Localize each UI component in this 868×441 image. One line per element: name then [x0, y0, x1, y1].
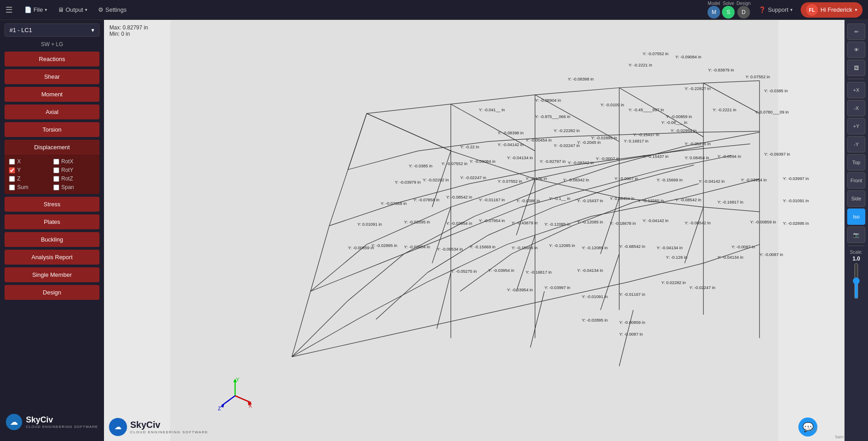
checkbox-rotz[interactable]: RotZ — [53, 175, 95, 182]
avatar: FL — [806, 4, 818, 16]
checkbox-y-input[interactable] — [9, 167, 15, 173]
svg-text:Y: -0.03954 in: Y: -0.03954 in — [488, 268, 514, 273]
svg-text:Y: -0.02247 in: Y: -0.02247 in — [460, 175, 486, 180]
svg-text:☁: ☁ — [114, 423, 122, 431]
buckling-button[interactable]: Buckling — [5, 232, 99, 247]
stress-button[interactable]: Stress — [5, 197, 99, 212]
support-button[interactable]: ❓ Support ▾ — [755, 5, 796, 15]
axis-indicator: Y X Z — [217, 378, 253, 414]
svg-text:Y: -0.04142 in: Y: -0.04142 in — [699, 179, 725, 184]
lc-value: #1 - LC1 — [9, 27, 32, 33]
svg-text:Y: -0.09534 in: Y: -0.09534 in — [437, 247, 462, 251]
displacement-checkboxes: X RotX Y RotY Z RotZ Sum Span — [5, 155, 99, 194]
output-menu[interactable]: 🖥 Output ▾ — [53, 5, 92, 15]
svg-text:Y: -0.0386 in: Y: -0.0386 in — [516, 199, 540, 203]
user-button[interactable]: FL Hi Frederick ▾ — [801, 2, 863, 18]
plates-button[interactable]: Plates — [5, 214, 99, 229]
svg-text:Y: -0.08542 in: Y: -0.08542 in — [685, 221, 711, 225]
model-button[interactable]: M — [708, 6, 720, 19]
side-view-button[interactable]: Side — [847, 190, 865, 207]
minus-x-button[interactable]: -X — [847, 100, 865, 116]
svg-text:Y: -0.03954 in: Y: -0.03954 in — [446, 221, 472, 226]
svg-text:Y: -0.15669 in: Y: -0.15669 in — [470, 245, 495, 249]
svg-text:Y: -0.126 in: Y: -0.126 in — [666, 255, 687, 260]
checkbox-span-input[interactable] — [53, 185, 59, 190]
svg-text:Y: -0.12085 in: Y: -0.12085 in — [544, 222, 570, 227]
svg-text:Y: -0.08542 in: Y: -0.08542 in — [446, 195, 472, 199]
svg-text:Y: -0.03954 in: Y: -0.03954 in — [507, 288, 533, 292]
checkbox-y[interactable]: Y — [9, 167, 51, 173]
svg-text:Z: Z — [218, 406, 221, 411]
load-case-dropdown[interactable]: #1 - LC1 ▾ — [5, 24, 99, 37]
svg-text:Y: -0.0385 in: Y: -0.0385 in — [764, 89, 788, 93]
checkbox-sum[interactable]: Sum — [9, 184, 51, 190]
moment-button[interactable]: Moment — [5, 87, 99, 102]
edit-tool-button[interactable]: ✏ — [847, 24, 865, 40]
min-value: Min: 0 in — [109, 31, 148, 37]
svg-text:Y: -0.15437 in: Y: -0.15437 in — [577, 199, 603, 203]
skyciv-name: SkyCiv — [130, 420, 208, 430]
msd-model-group: Model M — [708, 1, 720, 19]
visibility-button[interactable]: 👁 — [847, 42, 865, 58]
checkbox-z-input[interactable] — [9, 176, 15, 182]
minus-y-button[interactable]: -Y — [847, 136, 865, 152]
design-label: Design — [736, 1, 750, 6]
checkbox-rotz-input[interactable] — [53, 176, 59, 182]
svg-text:Y: -0.875___066 in: Y: -0.875___066 in — [535, 114, 570, 119]
checkbox-x-input[interactable] — [9, 159, 15, 165]
solve-button[interactable]: S — [722, 6, 735, 19]
svg-line-143 — [235, 396, 251, 403]
svg-text:Y: -0.83879 in: Y: -0.83879 in — [708, 68, 734, 72]
scale-control: Scale: 1.0 — [850, 250, 863, 299]
checkbox-z[interactable]: Z — [9, 175, 51, 182]
checkbox-x[interactable]: X — [9, 158, 51, 165]
checkbox-roty[interactable]: RotY — [53, 167, 95, 173]
skyciv-logo-bottom: ☁ SkyCiv CLOUD ENGINEERING SOFTWARE — [108, 417, 208, 436]
single-member-button[interactable]: Single Member — [5, 267, 99, 282]
svg-rect-0 — [170, 20, 778, 441]
file-menu[interactable]: 📄 File ▾ — [20, 5, 52, 15]
checkbox-rotx[interactable]: RotX — [53, 158, 95, 165]
design-button-sidebar[interactable]: Design — [5, 285, 99, 300]
svg-text:Y: -0.02895 in: Y: -0.02895 in — [582, 318, 608, 322]
scale-value: 1.0 — [853, 256, 860, 262]
3d-viewport[interactable]: Y: -0.07552 in Y: -0.09084 in Y: -0.8387… — [104, 20, 844, 441]
checkbox-roty-input[interactable] — [53, 167, 59, 173]
axial-button[interactable]: Axial — [5, 104, 99, 119]
design-button[interactable]: D — [737, 6, 750, 19]
checkbox-rotx-input[interactable] — [53, 159, 59, 165]
hamburger-icon[interactable]: ☰ — [5, 5, 13, 15]
svg-text:Y: -0.07858 in: Y: -0.07858 in — [414, 198, 439, 202]
svg-text:Y: -0.126 in: Y: -0.126 in — [526, 176, 547, 181]
svg-text:Y: -0.02954 in: Y: -0.02954 in — [670, 128, 696, 133]
iso-view-button[interactable]: Iso — [847, 209, 865, 225]
checkbox-sum-input[interactable] — [9, 185, 15, 190]
svg-text:Y: -0.0087 in: Y: -0.0087 in — [760, 252, 783, 257]
svg-text:Y: -0.22282 in: Y: -0.22282 in — [554, 128, 580, 133]
plus-y-button[interactable]: +Y — [847, 118, 865, 134]
image-button[interactable]: 🖼 — [847, 60, 865, 76]
shear-button[interactable]: Shear — [5, 69, 99, 84]
settings-menu[interactable]: ⚙ Settings — [94, 5, 131, 15]
svg-text:Y: -0.01167 in: Y: -0.01167 in — [479, 198, 505, 202]
screenshot-button[interactable]: 📷 — [847, 227, 865, 243]
checkbox-span[interactable]: Span — [53, 184, 95, 190]
displacement-header[interactable]: Displacement — [5, 140, 99, 155]
analysis-report-button[interactable]: Analysis Report — [5, 250, 99, 265]
svg-text:Y: -0.15437 in: Y: -0.15437 in — [633, 133, 659, 137]
torsion-button[interactable]: Torsion — [5, 122, 99, 137]
plus-x-button[interactable]: +X — [847, 82, 865, 98]
svg-text:Y: -0.08398 in: Y: -0.08398 in — [568, 77, 594, 81]
max-value: Max: 0.82797 in — [109, 24, 148, 31]
svg-text:Y: -0.04134 in: Y: -0.04134 in — [577, 268, 603, 273]
svg-text:Y: -0.03954 in: Y: -0.03954 in — [741, 178, 767, 182]
toolbar-separator-2 — [848, 246, 864, 246]
svg-text:Y: -0.03997 in: Y: -0.03997 in — [783, 176, 809, 181]
scale-slider[interactable] — [852, 263, 861, 299]
reactions-button[interactable]: Reactions — [5, 52, 99, 66]
front-view-button[interactable]: Front — [847, 172, 865, 189]
top-view-button[interactable]: Top — [847, 154, 865, 171]
svg-text:Y: -0.02895 in: Y: -0.02895 in — [371, 243, 397, 248]
svg-text:Y: -0.0087 in: Y: -0.0087 in — [731, 245, 755, 249]
skyciv-text-block: SkyCiv CLOUD ENGINEERING SOFTWARE — [130, 420, 208, 434]
